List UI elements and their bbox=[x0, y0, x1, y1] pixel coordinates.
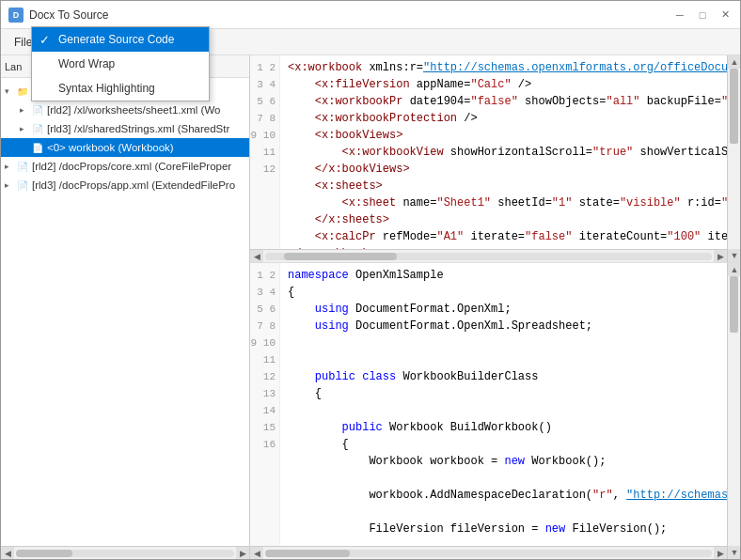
upper-code-text: <x:workbook xmlns:r="http://schemas.open… bbox=[280, 55, 727, 249]
lower-vscroll-track bbox=[728, 276, 740, 546]
upper-line-numbers: 1 2 3 4 5 6 7 8 9 10 11 12 bbox=[250, 55, 280, 249]
tree-item-workbook[interactable]: 📄 <0> workbook (Workbook) bbox=[1, 138, 249, 157]
folder-icon: 📁 bbox=[16, 85, 29, 98]
tree-sheet1-label: [rld2] /xl/worksheets/sheet1.xml (Wo bbox=[47, 104, 221, 116]
lower-hscroll-left[interactable]: ◀ bbox=[250, 547, 263, 560]
tree-app-label: [rld3] /docProps/app.xml (ExtendedFilePr… bbox=[32, 179, 235, 191]
file-icon-2: 📄 bbox=[31, 122, 44, 135]
dropdown-generate[interactable]: ✓ Generate Source Code bbox=[32, 27, 209, 52]
lower-hscroll-thumb bbox=[265, 550, 350, 557]
tree-core-label: [rld2] /docProps/core.xml (CoreFilePrope… bbox=[32, 161, 231, 172]
lower-hscroll-track bbox=[265, 550, 712, 557]
lower-vscroll-thumb bbox=[730, 276, 738, 333]
upper-hscroll-track bbox=[265, 253, 712, 260]
left-panel: Lan ▾ 📁 file ▸ 📄 [rld2] /xl/worksheets/s… bbox=[1, 55, 250, 559]
tree-item-shared-strings[interactable]: ▸ 📄 [rld3] /xl/sharedStrings.xml (Shared… bbox=[1, 119, 249, 138]
right-panel: 1 2 3 4 5 6 7 8 9 10 11 12 <x:workbook x… bbox=[250, 55, 740, 559]
toolbar-label: Lan bbox=[5, 61, 22, 72]
upper-code-scroll[interactable]: 1 2 3 4 5 6 7 8 9 10 11 12 <x:workbook x… bbox=[250, 55, 727, 249]
upper-hscroll-right[interactable]: ▶ bbox=[714, 250, 727, 263]
lower-line-numbers: 1 2 3 4 5 6 7 8 9 10 11 12 13 14 15 16 bbox=[250, 263, 280, 546]
lower-hscroll-right[interactable]: ▶ bbox=[714, 547, 727, 560]
lower-hscroll[interactable]: ◀ ▶ bbox=[250, 546, 727, 559]
tree-item-core[interactable]: ▸ 📄 [rld2] /docProps/core.xml (CoreFileP… bbox=[1, 157, 249, 176]
dropdown-word-wrap[interactable]: Word Wrap bbox=[32, 52, 209, 76]
arrow-icon-2: ▸ bbox=[20, 105, 31, 115]
lower-code-scroll[interactable]: 1 2 3 4 5 6 7 8 9 10 11 12 13 14 15 16 n… bbox=[250, 263, 727, 546]
upper-vscroll-thumb bbox=[730, 69, 738, 144]
title-bar: D Docx To Source ─ □ ✕ bbox=[1, 1, 740, 29]
arrow-icon-6: ▸ bbox=[5, 180, 16, 190]
hscroll-thumb bbox=[16, 550, 72, 557]
upper-vscroll-down[interactable]: ▼ bbox=[728, 249, 740, 262]
window-title: Docx To Source bbox=[29, 8, 672, 22]
lower-vscroll-up[interactable]: ▲ bbox=[728, 263, 740, 276]
lower-code-section: 1 2 3 4 5 6 7 8 9 10 11 12 13 14 15 16 n… bbox=[250, 263, 740, 559]
hscroll-track bbox=[16, 550, 234, 557]
check-empty-1 bbox=[39, 57, 58, 71]
upper-code-section: 1 2 3 4 5 6 7 8 9 10 11 12 <x:workbook x… bbox=[250, 55, 740, 262]
dropdown-syntax-label: Syntax Highlighting bbox=[58, 82, 155, 95]
upper-hscroll-left[interactable]: ◀ bbox=[250, 250, 263, 263]
tree-item-sheet1[interactable]: ▸ 📄 [rld2] /xl/worksheets/sheet1.xml (Wo bbox=[1, 101, 249, 119]
minimize-button[interactable]: ─ bbox=[672, 8, 687, 23]
dropdown-syntax-highlighting[interactable]: Syntax Highlighting bbox=[32, 76, 209, 101]
dropdown-menu[interactable]: ✓ Generate Source Code Word Wrap Syntax … bbox=[31, 26, 210, 101]
file-icon-3: 📄 bbox=[31, 141, 44, 154]
left-panel-hscroll[interactable]: ◀ ▶ bbox=[1, 546, 249, 559]
lower-code-content: 1 2 3 4 5 6 7 8 9 10 11 12 13 14 15 16 n… bbox=[250, 263, 727, 559]
lower-vscroll-down[interactable]: ▼ bbox=[728, 546, 740, 559]
dropdown-generate-label: Generate Source Code bbox=[58, 33, 174, 46]
tree-workbook-label: <0> workbook (Workbook) bbox=[47, 142, 174, 153]
check-icon: ✓ bbox=[39, 33, 58, 47]
main-content: Lan ▾ 📁 file ▸ 📄 [rld2] /xl/worksheets/s… bbox=[1, 55, 740, 559]
file-icon-1: 📄 bbox=[31, 103, 44, 117]
main-window: D Docx To Source ─ □ ✕ File Source Code … bbox=[0, 0, 741, 560]
upper-hscroll-thumb bbox=[284, 253, 397, 260]
check-empty-2 bbox=[39, 82, 58, 96]
lower-vscroll[interactable]: ▲ ▼ bbox=[727, 263, 740, 559]
upper-vscroll[interactable]: ▲ ▼ bbox=[727, 55, 740, 262]
arrow-icon: ▾ bbox=[5, 86, 16, 96]
maximize-button[interactable]: □ bbox=[695, 8, 710, 23]
upper-code-content: 1 2 3 4 5 6 7 8 9 10 11 12 <x:workbook x… bbox=[250, 55, 727, 262]
file-icon-5: 📄 bbox=[16, 179, 29, 192]
arrow-icon-4 bbox=[20, 143, 31, 152]
tree-sharedstrings-label: [rld3] /xl/sharedStrings.xml (SharedStr bbox=[47, 123, 229, 134]
file-icon-4: 📄 bbox=[16, 160, 29, 173]
close-button[interactable]: ✕ bbox=[717, 8, 733, 23]
window-controls: ─ □ ✕ bbox=[672, 8, 733, 23]
upper-vscroll-up[interactable]: ▲ bbox=[728, 55, 740, 69]
arrow-icon-3: ▸ bbox=[20, 124, 31, 133]
hscroll-right-btn[interactable]: ▶ bbox=[236, 547, 249, 560]
upper-vscroll-track bbox=[728, 69, 740, 249]
app-icon: D bbox=[8, 8, 24, 23]
tree-item-app[interactable]: ▸ 📄 [rld3] /docProps/app.xml (ExtendedFi… bbox=[1, 176, 249, 194]
arrow-icon-5: ▸ bbox=[5, 162, 16, 171]
dropdown-word-wrap-label: Word Wrap bbox=[58, 57, 115, 70]
tree-container[interactable]: ▾ 📁 file ▸ 📄 [rld2] /xl/worksheets/sheet… bbox=[1, 78, 249, 546]
lower-code-text: namespace OpenXmlSample { using Document… bbox=[280, 263, 727, 546]
upper-hscroll[interactable]: ◀ ▶ bbox=[250, 249, 727, 262]
hscroll-left-btn[interactable]: ◀ bbox=[1, 547, 14, 560]
